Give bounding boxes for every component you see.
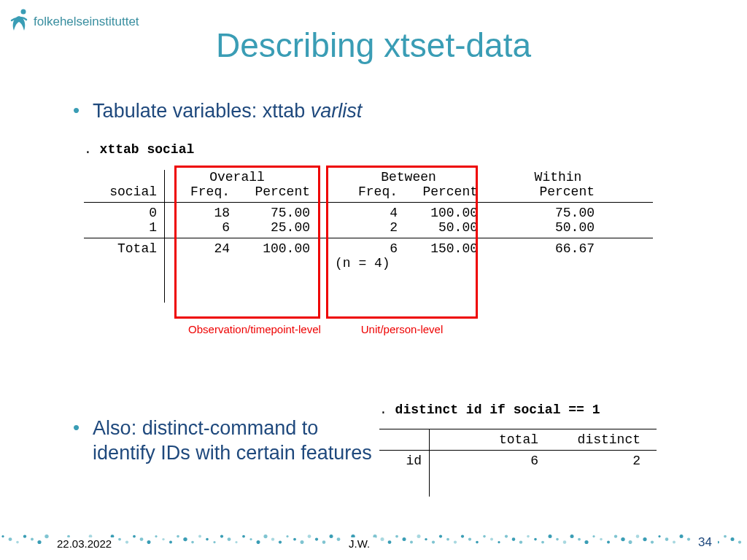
svg-point-84	[607, 541, 610, 544]
cmd-text: distinct id if social == 1	[395, 402, 600, 417]
svg-point-68	[490, 538, 493, 541]
svg-point-3	[16, 541, 19, 544]
cmd-prompt: .	[84, 142, 100, 157]
svg-point-47	[337, 537, 341, 541]
svg-point-91	[658, 535, 660, 537]
svg-point-31	[220, 535, 223, 538]
svg-point-72	[519, 540, 522, 543]
table-hline	[379, 450, 657, 451]
bullet-1-prefix: Tabulate variables: xttab	[93, 100, 311, 122]
svg-point-101	[731, 537, 735, 541]
svg-point-44	[315, 538, 318, 541]
svg-point-36	[257, 540, 260, 544]
svg-point-43	[308, 534, 311, 538]
svg-point-92	[665, 537, 669, 541]
svg-point-46	[330, 534, 333, 538]
svg-point-94	[680, 534, 684, 538]
svg-point-20	[140, 537, 144, 541]
svg-point-2	[9, 537, 12, 541]
caption-between: Unit/person-level	[326, 323, 478, 335]
svg-point-25	[177, 535, 179, 538]
svg-point-56	[403, 537, 406, 541]
svg-point-61	[439, 535, 442, 538]
distinct-command: . distinct id if social == 1	[379, 402, 657, 417]
distinct-table: total distinct id 6 2	[379, 429, 657, 468]
svg-point-86	[621, 537, 624, 541]
bullet-dot-icon: •	[73, 98, 80, 122]
svg-point-70	[505, 535, 508, 538]
caption-overall: Observation/timepoint-level	[174, 323, 335, 335]
svg-point-77	[556, 538, 559, 541]
svg-point-0	[21, 9, 26, 15]
svg-point-21	[147, 540, 151, 544]
svg-point-45	[322, 540, 326, 544]
cell: 75.00	[522, 206, 595, 220]
svg-point-88	[636, 534, 640, 538]
bullet-1-var: varlist	[311, 100, 363, 122]
table-row: id 6 2	[379, 454, 657, 468]
footer-author: J.W.	[343, 537, 376, 550]
table-vline	[164, 170, 165, 303]
xttab-table: Overall Between Within social Freq. Perc…	[84, 170, 653, 271]
cmd-prompt: .	[379, 402, 395, 417]
highlight-between-box	[326, 166, 478, 319]
total-label: Total	[84, 241, 164, 256]
svg-point-67	[483, 535, 486, 538]
bullet-2: • Also: distinct-command to identify IDs…	[73, 416, 379, 465]
svg-point-6	[37, 540, 41, 544]
bullet-1-text: Tabulate variables: xttab varlist	[93, 98, 362, 123]
xttab-output: . xttab social Overall Between Within so…	[84, 142, 653, 271]
col-distinct: distinct	[538, 432, 640, 447]
svg-point-40	[286, 535, 288, 537]
svg-point-54	[388, 540, 392, 544]
col-wpct: Percent	[522, 184, 595, 199]
bullet-dot-icon: •	[73, 416, 80, 439]
svg-point-5	[31, 538, 34, 541]
svg-point-78	[563, 540, 567, 544]
cell: 50.00	[522, 220, 595, 235]
svg-point-1	[1, 535, 4, 537]
svg-point-28	[198, 535, 201, 538]
svg-point-85	[614, 534, 617, 537]
svg-point-64	[461, 535, 464, 538]
svg-point-62	[446, 538, 449, 541]
svg-point-60	[432, 541, 435, 544]
svg-point-76	[549, 534, 552, 538]
svg-point-26	[183, 537, 187, 541]
table-vline	[429, 429, 430, 497]
svg-point-58	[417, 534, 421, 538]
svg-point-90	[651, 541, 654, 544]
svg-point-83	[600, 538, 603, 541]
svg-point-37	[263, 534, 267, 538]
svg-point-102	[738, 541, 741, 544]
table-header: total distinct	[379, 432, 657, 447]
svg-point-24	[169, 541, 172, 544]
svg-point-63	[454, 541, 457, 544]
footer-page: 34	[692, 535, 718, 550]
svg-point-22	[155, 535, 157, 537]
svg-point-71	[512, 537, 516, 541]
svg-point-73	[527, 535, 530, 538]
svg-point-87	[629, 540, 632, 544]
svg-point-66	[476, 541, 479, 544]
svg-point-23	[162, 538, 164, 540]
row-label: id	[379, 454, 429, 468]
svg-point-80	[578, 538, 581, 541]
table-hline	[379, 429, 657, 429]
svg-point-69	[498, 541, 500, 543]
svg-point-18	[125, 541, 128, 544]
footer: 22.03.2022 J.W. 34	[0, 532, 747, 553]
svg-point-19	[133, 535, 136, 538]
xttab-command: . xttab social	[84, 142, 653, 157]
svg-point-32	[228, 537, 231, 541]
col-total: total	[429, 432, 538, 447]
cell: 66.67	[522, 241, 595, 256]
cell: 6	[429, 454, 538, 468]
svg-point-41	[293, 538, 296, 541]
svg-point-79	[570, 534, 574, 538]
svg-point-35	[249, 538, 252, 540]
row-label: 0	[84, 206, 164, 220]
svg-point-55	[395, 535, 398, 538]
row-label: 1	[84, 220, 164, 235]
svg-point-4	[23, 534, 26, 537]
